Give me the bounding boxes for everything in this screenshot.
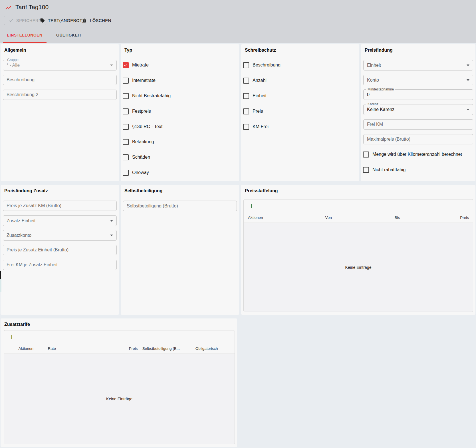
checkbox-internetrate[interactable]: Internetrate	[123, 77, 156, 84]
gruppe-select-label: Gruppe	[6, 58, 20, 62]
checkbox-unchecked-icon	[123, 154, 129, 160]
page: Tarif Tag100 SPEICHERN TEST(ANGEBOT) LÖS…	[0, 0, 476, 448]
checkbox-unchecked-icon	[243, 78, 249, 84]
checkbox-unchecked-icon	[363, 167, 369, 173]
checkbox-ws-beschreibung[interactable]: Beschreibung	[243, 62, 281, 68]
checkbox-unchecked-icon	[243, 93, 249, 99]
column-header-von: Von	[294, 215, 363, 220]
column-header-preis: Preis	[431, 215, 473, 220]
selbstbeteiligung-input[interactable]	[123, 201, 237, 211]
checkbox-checked-icon	[123, 62, 129, 68]
checkbox-betankung[interactable]: Betankung	[123, 138, 154, 145]
mindestabnahme-value: 0	[367, 92, 370, 97]
karenz-select[interactable]: Karenz Keine Karenz	[363, 104, 473, 115]
panel-preisfindung-zusatz: Preisfindung Zusatz Zusatz Einheit Zusat…	[1, 185, 119, 315]
top-bar: Tarif Tag100 SPEICHERN TEST(ANGEBOT) LÖS…	[0, 0, 476, 43]
frei-km-input[interactable]	[363, 119, 473, 130]
column-header-rate: Rate	[48, 346, 112, 351]
checkbox-festpreis[interactable]: Festpreis	[123, 108, 151, 115]
checkbox-ws-einheit[interactable]: Einheit	[243, 92, 267, 99]
delete-label: LÖSCHEN	[90, 18, 111, 23]
panel-allgemein: Allgemein Gruppe * - Alle	[1, 44, 119, 181]
karenz-value: Keine Karenz	[367, 107, 394, 112]
panel-selbstbeteiligung: Selbstbeteiligung	[121, 185, 239, 315]
checkbox-menge-kilometeranzahl[interactable]: Menge wird über Kilometeranzahl berechne…	[363, 151, 462, 158]
chevron-down-icon	[467, 109, 469, 110]
checkbox-ws-preis[interactable]: Preis	[243, 108, 263, 115]
column-header-obligatorisch: Obligatorisch	[195, 346, 235, 351]
tag-button[interactable]: TEST(ANGEBOT)	[40, 16, 84, 25]
einheit-select[interactable]: Einheit	[363, 60, 473, 70]
panel-preisstaffelung: Preisstaffelung + Aktionen Von Bis Preis…	[241, 185, 475, 315]
preis-je-zusatz-km-input[interactable]	[3, 201, 117, 211]
zusatzkonto-select[interactable]: Zusatzkonto	[3, 230, 117, 241]
checkbox-nicht-rabattfaehig[interactable]: Nicht rabattfähig	[363, 166, 406, 173]
zusatztarife-empty-state: Keine Einträge	[4, 354, 235, 444]
panel-preisstaffelung-title: Preisstaffelung	[245, 188, 278, 193]
tag-icon	[40, 18, 45, 23]
panel-typ: Typ Mietrate Internetrate Nicht Bestrate…	[121, 44, 239, 181]
edge-artifact-light	[0, 279, 1, 292]
panel-schreibschutz-title: Schreibschutz	[245, 48, 276, 53]
zusatz-einheit-select[interactable]: Zusatz Einheit	[3, 215, 117, 226]
add-preisstaffelung-button[interactable]: +	[247, 203, 255, 209]
preis-je-zusatz-einheit-input[interactable]	[3, 245, 117, 255]
karenz-label: Karenz	[366, 102, 380, 106]
checkbox-unchecked-icon	[123, 78, 129, 84]
panel-preisfindung-zusatz-title: Preisfindung Zusatz	[4, 188, 48, 193]
delete-button[interactable]: LÖSCHEN	[82, 16, 111, 25]
chevron-down-icon	[467, 79, 469, 81]
gruppe-select[interactable]: Gruppe * - Alle	[3, 60, 117, 70]
column-header-aktionen: Aktionen	[244, 215, 294, 220]
panel-selbstbeteiligung-title: Selbstbeteiligung	[124, 188, 162, 193]
panel-preisfindung-title: Preisfindung	[365, 48, 393, 53]
preisstaffelung-table-header: Aktionen Von Bis Preis	[244, 213, 473, 223]
preisstaffelung-table: + Aktionen Von Bis Preis Keine Einträge	[243, 199, 473, 312]
column-header-bis: Bis	[363, 215, 432, 220]
checkbox-unchecked-icon	[363, 152, 369, 158]
panel-schreibschutz: Schreibschutz Beschreibung Anzahl Einhei…	[241, 44, 359, 181]
checkbox-13b-rc-text[interactable]: §13b RC - Text	[123, 123, 162, 130]
page-title: Tarif Tag100	[15, 4, 49, 11]
checkbox-oneway[interactable]: Oneway	[123, 169, 149, 176]
chevron-down-icon	[110, 235, 113, 236]
add-zusatztarif-button[interactable]: +	[8, 334, 16, 340]
checkbox-nicht-bestratefaehig[interactable]: Nicht Bestratefähig	[123, 92, 171, 99]
maximalpreis-input[interactable]	[363, 134, 473, 144]
tab-einstellungen[interactable]: EINSTELLUNGEN	[7, 33, 43, 37]
gruppe-select-value: * - Alle	[7, 63, 20, 68]
checkbox-mietrate[interactable]: Mietrate	[123, 62, 149, 68]
beschreibung-input[interactable]	[3, 75, 117, 85]
panel-preisfindung: Preisfindung Einheit Konto Mindestabnahm…	[361, 44, 475, 181]
active-tab-indicator	[3, 42, 47, 43]
checkbox-schaeden[interactable]: Schäden	[123, 154, 150, 161]
trending-up-icon	[5, 4, 12, 11]
panel-zusatztarife-title: Zusatztarife	[4, 322, 30, 327]
checkbox-unchecked-icon	[123, 124, 129, 130]
zusatztarife-table: + Aktionen Rate Preis Selbstbeteiligung …	[4, 330, 235, 444]
chevron-down-icon	[467, 64, 469, 66]
konto-select[interactable]: Konto	[363, 75, 473, 85]
save-button-label: SPEICHERN	[16, 18, 42, 23]
checkbox-unchecked-icon	[123, 108, 129, 114]
delete-forever-icon	[82, 18, 87, 23]
checkbox-unchecked-icon	[123, 139, 129, 145]
beschreibung2-input[interactable]	[3, 90, 117, 100]
column-header-selbstbeteiligung: Selbstbeteiligung (B...	[138, 346, 195, 351]
checkbox-unchecked-icon	[243, 108, 249, 114]
check-icon	[9, 18, 14, 23]
panel-allgemein-title: Allgemein	[4, 48, 26, 53]
edge-artifact-dark	[0, 271, 1, 279]
tab-gueltigkeit[interactable]: GÜLTIGKEIT	[56, 33, 82, 37]
mindestabnahme-label: Mindestabnahme	[366, 87, 395, 91]
chevron-down-icon	[110, 220, 113, 222]
mindestabnahme-field[interactable]: Mindestabnahme 0	[363, 89, 473, 100]
frei-km-je-zusatz-einheit-input[interactable]	[3, 260, 117, 270]
chevron-down-icon	[110, 64, 113, 66]
panel-typ-title: Typ	[124, 48, 132, 53]
panel-zusatztarife: Zusatztarife + Aktionen Rate Preis Selbs…	[1, 318, 237, 447]
checkbox-ws-km-frei[interactable]: KM Frei	[243, 123, 269, 130]
checkbox-unchecked-icon	[123, 170, 129, 176]
checkbox-ws-anzahl[interactable]: Anzahl	[243, 77, 267, 84]
checkbox-unchecked-icon	[243, 124, 249, 130]
